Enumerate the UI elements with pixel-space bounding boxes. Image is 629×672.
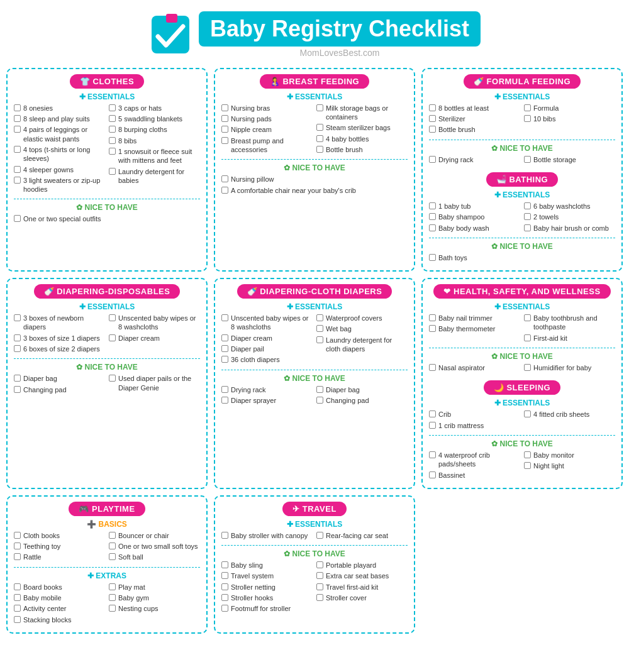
list-item: Extra car seat bases — [316, 571, 408, 580]
checkbox[interactable] — [221, 314, 228, 321]
checkbox[interactable] — [316, 325, 323, 332]
travel-section: ✈ TRAVEL ✚ ESSENTIALS Baby stroller with… — [214, 495, 415, 634]
checkbox[interactable] — [109, 532, 116, 539]
checkbox[interactable] — [14, 345, 21, 352]
checkbox[interactable] — [221, 345, 228, 352]
checkbox[interactable] — [524, 156, 531, 163]
checkbox[interactable] — [221, 386, 228, 393]
checkbox[interactable] — [14, 334, 21, 341]
checkbox[interactable] — [524, 364, 531, 371]
checkbox[interactable] — [14, 532, 21, 539]
checkbox[interactable] — [14, 146, 21, 153]
checkbox[interactable] — [316, 146, 323, 153]
checkbox[interactable] — [109, 314, 116, 321]
checkbox[interactable] — [316, 386, 323, 393]
checkbox[interactable] — [221, 605, 228, 612]
checkbox[interactable] — [316, 104, 323, 111]
checkbox[interactable] — [221, 561, 228, 568]
checkbox[interactable] — [109, 115, 116, 122]
checkbox[interactable] — [14, 115, 21, 122]
checkbox[interactable] — [429, 156, 436, 163]
checkbox[interactable] — [109, 137, 116, 144]
checkbox[interactable] — [429, 104, 436, 111]
checkbox[interactable] — [109, 168, 116, 175]
checkbox[interactable] — [524, 104, 531, 111]
checkbox[interactable] — [429, 126, 436, 133]
checkbox[interactable] — [524, 462, 531, 469]
checkbox[interactable] — [524, 202, 531, 209]
checkbox[interactable] — [316, 572, 323, 579]
checkbox[interactable] — [109, 583, 116, 590]
checkbox[interactable] — [221, 334, 228, 341]
checkbox[interactable] — [14, 616, 21, 623]
list-item: Wet bag — [316, 324, 408, 333]
checkbox[interactable] — [429, 364, 436, 371]
checkbox[interactable] — [109, 334, 116, 341]
checkbox[interactable] — [221, 126, 228, 133]
list-item: Activity center — [14, 604, 105, 613]
checkbox[interactable] — [14, 177, 21, 184]
checkbox[interactable] — [316, 135, 323, 142]
checkbox[interactable] — [524, 224, 531, 231]
checkbox[interactable] — [221, 175, 228, 182]
checkbox[interactable] — [316, 336, 323, 343]
checkbox[interactable] — [429, 213, 436, 220]
checkbox[interactable] — [316, 583, 323, 590]
checkbox[interactable] — [221, 356, 228, 363]
checkbox[interactable] — [109, 148, 116, 155]
checkbox[interactable] — [429, 422, 436, 429]
checkbox[interactable] — [316, 124, 323, 131]
checkbox[interactable] — [14, 215, 21, 222]
checkbox[interactable] — [429, 202, 436, 209]
checkbox[interactable] — [14, 126, 21, 133]
checkbox[interactable] — [109, 543, 116, 549]
checkbox[interactable] — [221, 115, 228, 122]
checkbox[interactable] — [524, 115, 531, 122]
checkbox[interactable] — [221, 187, 228, 194]
checkbox[interactable] — [524, 451, 531, 458]
checkbox[interactable] — [14, 553, 21, 560]
checkbox[interactable] — [524, 314, 531, 321]
checkbox[interactable] — [524, 334, 531, 341]
checkbox[interactable] — [316, 314, 323, 321]
checkbox[interactable] — [429, 115, 436, 122]
checkbox[interactable] — [221, 137, 228, 144]
checkbox[interactable] — [316, 397, 323, 404]
checkbox[interactable] — [316, 561, 323, 568]
checkbox[interactable] — [14, 594, 21, 601]
checkbox[interactable] — [524, 213, 531, 220]
checkbox[interactable] — [429, 471, 436, 478]
checkbox[interactable] — [221, 594, 228, 601]
checkbox[interactable] — [221, 104, 228, 111]
checkbox[interactable] — [221, 397, 228, 404]
checkbox[interactable] — [14, 104, 21, 111]
checkbox[interactable] — [316, 532, 323, 539]
checkbox[interactable] — [524, 410, 531, 417]
checkbox[interactable] — [221, 583, 228, 590]
checkbox[interactable] — [316, 594, 323, 601]
list-item: Diaper bag — [14, 374, 105, 383]
checkbox[interactable] — [109, 553, 116, 560]
checkbox[interactable] — [221, 572, 228, 579]
checkbox[interactable] — [109, 594, 116, 601]
checkbox[interactable] — [429, 224, 436, 231]
checkbox[interactable] — [14, 543, 21, 549]
checkbox[interactable] — [109, 104, 116, 111]
checkbox[interactable] — [429, 254, 436, 261]
checkbox[interactable] — [14, 605, 21, 612]
checkbox[interactable] — [429, 325, 436, 332]
checkbox[interactable] — [429, 314, 436, 321]
checkbox[interactable] — [109, 375, 116, 382]
checkbox[interactable] — [109, 605, 116, 612]
diapering-cloth-section: 🍼 DIAPERING-CLOTH DIAPERS ✚ ESSENTIALS U… — [214, 278, 415, 489]
svg-rect-1 — [166, 14, 177, 23]
checkbox[interactable] — [14, 386, 21, 393]
checkbox[interactable] — [429, 410, 436, 417]
checkbox[interactable] — [14, 583, 21, 590]
checkbox[interactable] — [429, 451, 436, 458]
checkbox[interactable] — [14, 314, 21, 321]
checkbox[interactable] — [14, 166, 21, 173]
checkbox[interactable] — [221, 532, 228, 539]
checkbox[interactable] — [14, 375, 21, 382]
checkbox[interactable] — [109, 126, 116, 133]
